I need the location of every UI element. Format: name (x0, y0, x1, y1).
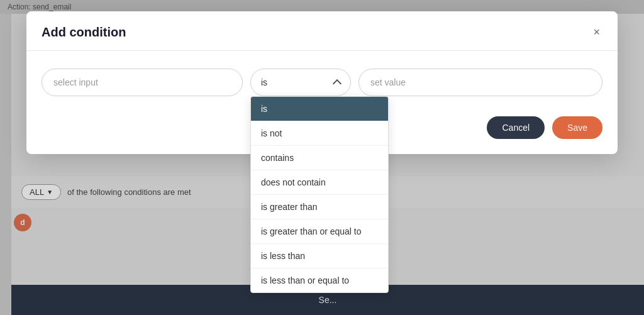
modal-body: select input is set value isis notcontai… (26, 51, 618, 111)
close-button[interactable]: × (591, 24, 602, 40)
operator-value: is (261, 77, 267, 87)
operator-dropdown-trigger[interactable]: is (250, 69, 351, 96)
operator-dropdown-menu: isis notcontainsdoes not containis great… (250, 96, 389, 293)
dropdown-item[interactable]: is greater than (251, 195, 388, 219)
dropdown-item[interactable]: is not (251, 121, 388, 146)
dropdown-item[interactable]: contains (251, 146, 388, 170)
modal-dialog: Add condition × select input is set valu… (26, 11, 618, 154)
cancel-button[interactable]: Cancel (487, 116, 545, 139)
dropdown-item[interactable]: is less than or equal to (251, 268, 388, 292)
set-value-field[interactable]: set value (358, 69, 602, 96)
dropdown-item[interactable]: is (251, 97, 388, 121)
save-button[interactable]: Save (552, 116, 602, 139)
dropdown-item[interactable]: is less than (251, 244, 388, 268)
condition-row: select input is set value isis notcontai… (42, 69, 602, 96)
dropdown-item[interactable]: does not contain (251, 170, 388, 195)
set-value-placeholder: set value (370, 77, 406, 87)
select-input-placeholder: select input (53, 77, 98, 87)
modal-title: Add condition (42, 25, 126, 40)
modal-header: Add condition × (26, 11, 618, 51)
modal-overlay: Add condition × select input is set valu… (0, 0, 644, 315)
select-input-field[interactable]: select input (42, 69, 243, 96)
dropdown-item[interactable]: is greater than or equal to (251, 219, 388, 244)
chevron-up-icon (333, 79, 341, 87)
